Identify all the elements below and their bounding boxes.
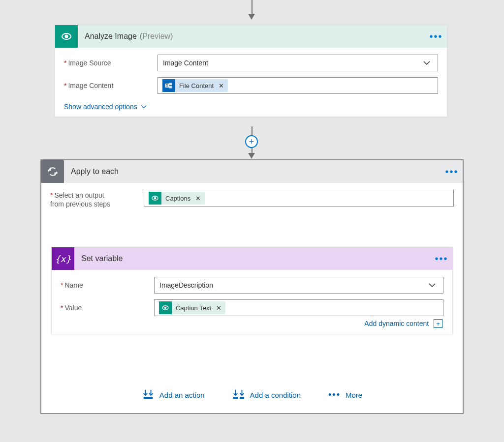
captions-chip[interactable]: Captions ✕ bbox=[149, 192, 205, 205]
image-source-row: * Image Source Image Content bbox=[64, 55, 438, 71]
set-variable-title: Set variable bbox=[81, 254, 123, 263]
svg-text:S: S bbox=[166, 84, 168, 87]
select-output-label-1: Select an output bbox=[54, 191, 104, 199]
image-content-label: Image Content bbox=[68, 82, 113, 89]
select-output-row: *Select an output from previous steps Ca… bbox=[50, 190, 454, 208]
caption-text-chip-label: Caption Text bbox=[172, 304, 215, 312]
value-row: * Value Caption Text ✕ bbox=[61, 299, 443, 316]
caption-text-chip[interactable]: Caption Text ✕ bbox=[159, 301, 225, 314]
required-marker: * bbox=[64, 82, 66, 89]
analyze-image-title: Analyze Image bbox=[85, 32, 137, 41]
eye-icon bbox=[55, 25, 78, 48]
variable-icon: {x} bbox=[52, 247, 74, 270]
show-advanced-options-link[interactable]: Show advanced options bbox=[64, 103, 147, 111]
file-content-chip-label: File Content bbox=[175, 82, 218, 89]
apply-to-each-header[interactable]: Apply to each ••• bbox=[41, 160, 463, 183]
svg-rect-14 bbox=[239, 397, 244, 399]
connector-line bbox=[252, 0, 252, 14]
svg-point-1 bbox=[65, 35, 67, 37]
svg-point-7 bbox=[154, 197, 156, 199]
value-label: Value bbox=[64, 304, 82, 312]
required-marker: * bbox=[64, 59, 66, 67]
svg-rect-5 bbox=[169, 86, 172, 88]
arrowhead-icon bbox=[248, 153, 255, 159]
set-variable-header[interactable]: {x} Set variable ••• bbox=[52, 247, 452, 270]
name-select[interactable]: ImageDescription bbox=[154, 277, 443, 294]
captions-chip-label: Captions bbox=[161, 195, 194, 202]
name-label: Name bbox=[64, 281, 83, 289]
eye-icon bbox=[149, 192, 161, 205]
analyze-image-header[interactable]: Analyze Image (Preview) ••• bbox=[55, 25, 447, 48]
remove-chip-button[interactable]: ✕ bbox=[218, 82, 228, 89]
required-marker: * bbox=[61, 281, 63, 289]
apply-to-each-menu[interactable]: ••• bbox=[441, 166, 463, 177]
file-content-chip[interactable]: S File Content ✕ bbox=[162, 79, 228, 92]
name-row: * Name ImageDescription bbox=[61, 277, 443, 294]
select-output-label-2: from previous steps bbox=[50, 200, 110, 208]
svg-rect-10 bbox=[144, 397, 153, 399]
image-content-row: * Image Content S File Con bbox=[64, 77, 438, 94]
name-value: ImageDescription bbox=[159, 281, 213, 289]
plus-icon: + bbox=[434, 319, 442, 328]
preview-label: (Preview) bbox=[140, 32, 173, 41]
svg-rect-13 bbox=[233, 397, 237, 399]
eye-icon bbox=[159, 301, 172, 314]
set-variable-menu[interactable]: ••• bbox=[431, 253, 452, 265]
apply-to-each-card: Apply to each ••• *Select an output from… bbox=[40, 159, 464, 414]
svg-rect-4 bbox=[169, 83, 172, 85]
chevron-down-icon bbox=[423, 59, 433, 67]
set-variable-card: {x} Set variable ••• * Name ImageDescrip… bbox=[51, 247, 453, 334]
image-source-label: Image Source bbox=[68, 59, 111, 67]
add-condition-button[interactable]: Add a condition bbox=[232, 389, 301, 400]
add-dynamic-content-link[interactable]: Add dynamic content + bbox=[364, 320, 442, 327]
image-content-input[interactable]: S File Content ✕ bbox=[158, 77, 438, 94]
arrowhead-icon bbox=[248, 14, 255, 20]
value-input[interactable]: Caption Text ✕ bbox=[154, 299, 443, 316]
sharepoint-icon: S bbox=[162, 79, 175, 92]
required-marker: * bbox=[50, 191, 53, 199]
add-action-icon bbox=[142, 389, 155, 400]
select-output-input[interactable]: Captions ✕ bbox=[144, 190, 454, 206]
remove-chip-button[interactable]: ✕ bbox=[194, 195, 205, 202]
required-marker: * bbox=[61, 304, 63, 312]
svg-point-9 bbox=[164, 307, 166, 308]
apply-to-each-title: Apply to each bbox=[71, 167, 119, 176]
more-icon: ••• bbox=[328, 390, 341, 400]
add-step-button[interactable]: + bbox=[245, 135, 258, 148]
loop-icon bbox=[41, 160, 64, 183]
add-condition-icon bbox=[232, 389, 245, 400]
chevron-down-icon bbox=[428, 281, 438, 289]
image-source-value: Image Content bbox=[163, 59, 208, 67]
add-action-button[interactable]: Add an action bbox=[142, 389, 205, 400]
remove-chip-button[interactable]: ✕ bbox=[215, 304, 225, 312]
analyze-image-card: Analyze Image (Preview) ••• * Image Sour… bbox=[55, 25, 447, 117]
analyze-image-menu[interactable]: ••• bbox=[425, 31, 447, 42]
image-source-select[interactable]: Image Content bbox=[158, 55, 438, 71]
more-button[interactable]: ••• More bbox=[328, 389, 362, 400]
